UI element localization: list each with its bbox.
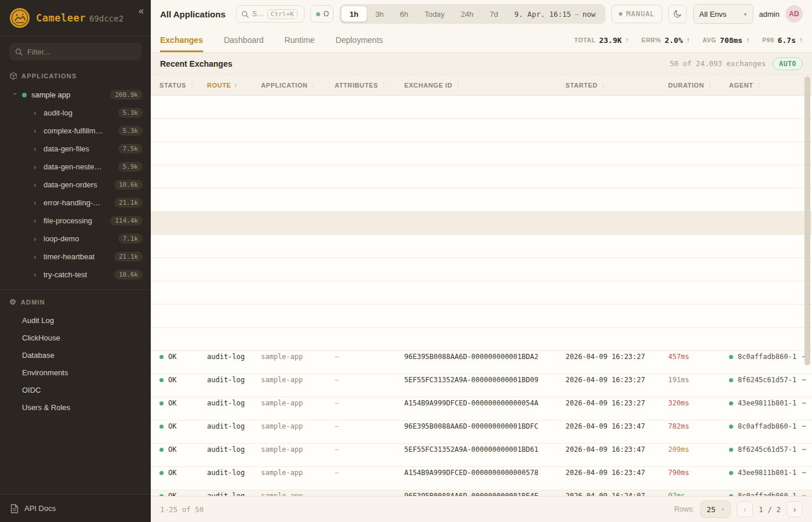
column-header-started[interactable]: STARTED⋮ [566,82,668,89]
chevron-right-icon: › [34,108,38,117]
search-icon [241,10,249,18]
admin-item-oidc[interactable]: OIDC [0,381,151,398]
status-ok-dot [160,448,164,452]
stat-p99: P996.7s↑ [762,36,803,45]
time-range-7d[interactable]: 7d [481,6,506,22]
time-range-6h[interactable]: 6h [392,6,416,22]
tab-deployments[interactable]: Deployments [336,28,383,52]
route-cell: audit-log [207,445,261,454]
table-scrollbar[interactable] [804,74,810,496]
table-row[interactable]: OKaudit-logsample-app—A154B9A999DFCED-00… [151,281,812,304]
search-placeholder: S… [252,10,264,18]
column-header-attributes[interactable]: ATTRIBUTES⋮ [335,82,404,89]
sidebar-route-data-gen-neste[interactable]: ›data-gen-neste…5.9k [0,158,151,176]
status-cell: OK [160,422,207,430]
table-row[interactable]: OKaudit-logsample-app—96E395B0088AA6D-00… [151,96,812,119]
tab-dashboard[interactable]: Dashboard [224,28,264,52]
route-label: error-handling-… [44,198,100,207]
scrollbar-thumb[interactable] [804,77,810,365]
status-ok-dot [160,471,164,475]
sidebar-app-sample-app[interactable]: › sample app 208.9k [0,86,151,104]
date-range-end: now [582,10,596,19]
table-row[interactable]: OKaudit-logsample-app—96E395B0088AA6D-00… [151,235,812,258]
trend-up-icon: ↑ [799,36,803,44]
api-docs-label: API Docs [24,504,56,513]
status-text: OK [168,445,176,454]
rows-per-page-select[interactable]: 25 ▾ [700,501,731,518]
sidebar-route-data-gen-files[interactable]: ›data-gen-files7.5k [0,140,151,158]
sidebar-route-error-handling[interactable]: ›error-handling-…21.1k [0,194,151,212]
route-label: audit-log [44,108,72,117]
sidebar-filter-input[interactable]: Filter... [9,43,142,60]
next-page-button[interactable]: › [786,501,803,517]
sidebar-route-data-gen-orders[interactable]: ›data-gen-orders10.6k [0,176,151,194]
column-header-status[interactable]: STATUS⋮ [160,82,207,89]
time-range-today[interactable]: Today [416,6,453,22]
trend-up-icon: ↑ [686,36,690,44]
table-row[interactable]: OKaudit-logsample-app—96E395B0088AA6D-00… [151,165,812,188]
column-menu-icon: ⋮ [455,82,461,88]
recent-exchanges-title: Recent Exchanges [160,59,233,68]
dark-mode-toggle[interactable] [668,5,687,23]
sidebar-route-timer-heartbeat[interactable]: ›timer-heartbeat21.1k [0,248,151,266]
chevron-right-icon: › [34,144,38,153]
previous-page-button[interactable]: ‹ [737,501,753,517]
route-cell: audit-log [207,353,261,361]
stat-value: 23.9K [599,36,622,45]
column-label: ROUTE [207,82,231,89]
admin-item-environments[interactable]: Environments [0,364,151,381]
global-search-input[interactable]: S… Ctrl+K [236,5,304,23]
sidebar-route-file-processing[interactable]: ›file-processing114.4k [0,212,151,230]
time-range-24h[interactable]: 24h [453,6,482,22]
sidebar-route-complex-fulfillm[interactable]: ›complex-fulfillm…5.3k [0,122,151,140]
route-count-badge: 7.5k [118,144,143,154]
column-header-duration[interactable]: DURATION⋮ [668,82,729,89]
column-header-application[interactable]: APPLICATION⋮ [261,82,335,89]
route-count-badge: 10.6k [114,180,143,190]
api-docs-link[interactable]: API Docs [0,494,151,522]
column-header-exchange-id[interactable]: EXCHANGE ID⋮ [404,82,566,89]
admin-item-clickhouse[interactable]: ClickHouse [0,329,151,346]
main-content: All Applications S… Ctrl+K O 1h3h6hToday… [151,0,812,522]
search-icon [15,48,23,56]
time-range-1h[interactable]: 1h [341,6,367,22]
date-range-separator: – [575,10,579,19]
sidebar-route-try-catch-test[interactable]: ›try-catch-test10.6k [0,266,151,284]
tab-exchanges[interactable]: Exchanges [160,28,203,52]
sidebar-route-loop-demo[interactable]: ›loop-demo7.1k [0,230,151,248]
route-count-badge: 114.4k [110,216,143,226]
sidebar-route-audit-log[interactable]: ›audit-log5.3k [0,104,151,122]
chevron-right-icon: › [34,162,38,171]
time-range-3h[interactable]: 3h [367,6,392,22]
user-avatar[interactable]: AD [785,5,803,23]
column-header-route[interactable]: ROUTE↑ [207,82,261,89]
route-count-badge: 10.6k [114,270,143,280]
page-title: All Applications [160,9,226,19]
sidebar-collapse-button[interactable]: « [139,6,144,16]
exchanges-table: STATUS⋮ROUTE↑APPLICATION⋮ATTRIBUTES⋮EXCH… [151,74,812,496]
date-range-display[interactable]: 9. Apr. 16:15–now [506,10,604,19]
column-header-agent[interactable]: AGENT⋮ [729,82,806,89]
table-row[interactable]: OKaudit-logsample-app—A154B9A999DFCED-00… [151,142,812,165]
stat-value: 6.7s [778,36,796,45]
package-icon [9,72,17,80]
route-count-badge: 5.3k [118,126,143,136]
environment-select[interactable]: All Envs ▾ [693,4,753,24]
admin-item-database[interactable]: Database [0,346,151,364]
table-row[interactable]: OKaudit-logsample-app—A154B9A999DFCED-00… [151,212,812,235]
tab-runtime[interactable]: Runtime [284,28,314,52]
table-row[interactable]: OKaudit-logsample-app—5EF55FC31352A9A-00… [151,328,812,351]
manual-refresh-button[interactable]: MANUAL [611,5,662,23]
status-cell: OK [160,376,207,384]
table-row[interactable]: OKaudit-logsample-app—5EF55FC31352A9A-00… [151,188,812,212]
table-row[interactable]: OKaudit-logsample-app—5EF55FC31352A9A-00… [151,258,812,281]
connection-status-chip[interactable]: O [310,5,334,23]
admin-item-users-roles[interactable]: Users & Roles [0,398,151,416]
admin-item-audit-log[interactable]: Audit Log [0,311,151,329]
column-menu-icon: ⋮ [600,82,606,88]
column-label: STATUS [160,82,186,89]
table-row[interactable]: OKaudit-logsample-app—96E395B0088AA6D-00… [151,304,812,328]
stat-label: TOTAL [574,37,596,44]
table-row[interactable]: OKaudit-logsample-app—5EF55FC31352A9A-00… [151,119,812,142]
auto-refresh-badge[interactable]: AUTO [773,57,803,70]
